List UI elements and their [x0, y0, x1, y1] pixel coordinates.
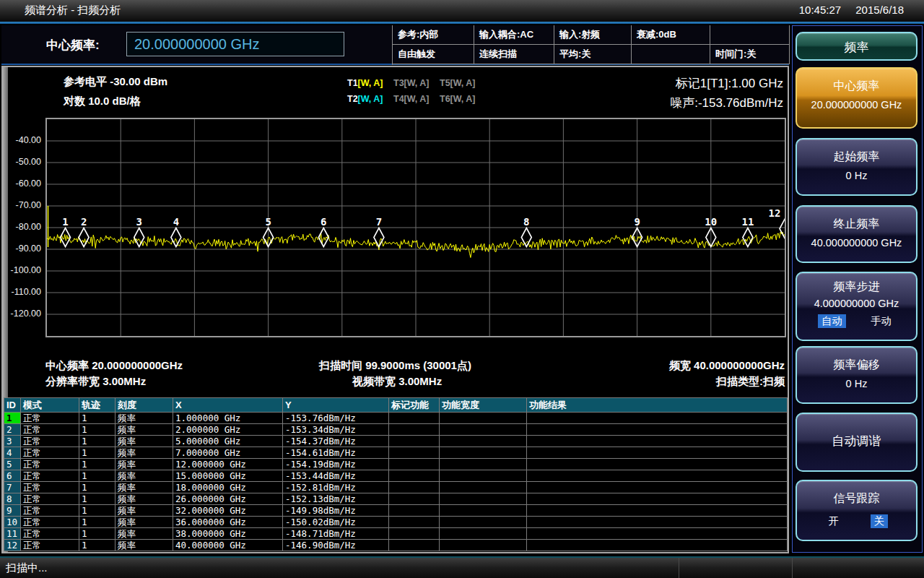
y-axis-tick: -40.00: [8, 135, 41, 145]
table-cell: -153.76dBm/Hz: [283, 413, 389, 424]
trace-indicator-t4[interactable]: T4[W, A]: [393, 94, 440, 110]
step-auto-option[interactable]: 自动: [818, 314, 846, 328]
status-bar-divider: [792, 558, 793, 578]
table-cell: [389, 470, 440, 482]
auto-tune-button[interactable]: 自动调谐: [796, 413, 918, 472]
status-sweep-mode: 连续扫描: [474, 45, 554, 64]
center-frequency-button[interactable]: 中心频率 20.000000000 GHz: [796, 67, 918, 129]
button-label: 终止频率: [797, 217, 916, 232]
table-cell: 正常: [21, 517, 79, 528]
frequency-offset-button[interactable]: 频率偏移 0 Hz: [796, 346, 918, 404]
trace-indicator-t2[interactable]: T2[W, A]: [347, 94, 393, 110]
table-cell: 频率: [116, 447, 173, 459]
table-cell: [389, 413, 440, 424]
table-cell: [527, 459, 787, 470]
track-off-option[interactable]: 关: [871, 514, 889, 528]
table-cell: 12.000000 GHz: [173, 459, 283, 470]
clock: 10:45:27 2015/6/18: [788, 4, 904, 16]
trace-indicator-t5[interactable]: T5[W, A]: [440, 78, 486, 94]
trace-indicator-t3[interactable]: T3[W, A]: [393, 78, 440, 94]
table-cell: 1: [79, 470, 116, 482]
column-header-id: ID: [4, 398, 21, 413]
footer-sweep-time: 扫描时间 99.9000ms (30001点): [319, 359, 471, 373]
status-time-gate: 时间门:关: [710, 45, 790, 64]
table-cell: [527, 505, 787, 517]
table-row[interactable]: 2正常1频率2.000000 GHz-153.34dBm/Hz: [4, 424, 787, 436]
marker-table: ID 模式 轨迹 刻度 X Y 标记功能 功能宽度 功能结果 1正常1频率1.0…: [4, 397, 788, 551]
table-cell: 7.000000 GHz: [173, 447, 283, 459]
button-value: 40.000000000 GHz: [797, 237, 916, 249]
table-cell: 1: [79, 505, 116, 517]
log-scale-text: 对数 10.0 dB/格: [64, 95, 141, 108]
table-cell: -150.02dBm/Hz: [283, 517, 389, 528]
button-value: 4.000000000 GHz: [797, 298, 916, 309]
frequency-step-button[interactable]: 频率步进 4.000000000 GHz 自动 手动: [796, 272, 918, 341]
table-cell: 正常: [21, 482, 79, 493]
table-cell: 频率: [116, 482, 173, 493]
table-cell: 1.000000 GHz: [173, 413, 283, 424]
table-cell: [527, 413, 787, 424]
table-row[interactable]: 5正常1频率12.000000 GHz-154.19dBm/Hz: [4, 459, 787, 470]
center-frequency-label: 中心频率:: [46, 37, 100, 53]
table-cell: 1: [79, 528, 116, 540]
table-row[interactable]: 6正常1频率15.000000 GHz-153.44dBm/Hz: [4, 470, 787, 482]
footer-span: 频宽 40.000000000GHz: [669, 359, 785, 373]
marker-diamond-2[interactable]: [79, 228, 89, 247]
column-header-mode: 模式: [21, 398, 79, 413]
reference-level-text: 参考电平 -30.00 dBm: [64, 75, 167, 89]
table-cell: 38.000000 GHz: [173, 528, 283, 540]
button-value: 0 Hz: [797, 170, 916, 181]
table-cell: 5.000000 GHz: [173, 436, 283, 447]
table-cell: [440, 424, 527, 436]
table-row[interactable]: 9正常1频率32.000000 GHz-149.98dBm/Hz: [4, 505, 787, 517]
table-row[interactable]: 11正常1频率38.000000 GHz-148.71dBm/Hz: [4, 528, 787, 540]
marker-readout-noise: 噪声:-153.76dBm/Hz: [670, 95, 783, 111]
center-frequency-input[interactable]: 20.000000000 GHz: [126, 32, 344, 56]
table-cell: [440, 447, 527, 459]
table-cell: 正常: [21, 424, 79, 436]
column-header-func-width: 功能宽度: [440, 398, 527, 413]
accent-divider: [0, 22, 924, 24]
stop-frequency-button[interactable]: 终止频率 40.000000000 GHz: [796, 205, 918, 263]
status-average: 平均:关: [554, 45, 632, 64]
spectrum-chart[interactable]: 123456789101112: [45, 118, 786, 337]
table-cell: [440, 436, 527, 447]
table-cell: [389, 528, 440, 540]
table-row[interactable]: 8正常1频率26.000000 GHz-152.13dBm/Hz: [4, 493, 787, 505]
table-row[interactable]: 1正常1频率1.000000 GHz-153.76dBm/Hz: [4, 413, 787, 424]
step-manual-option[interactable]: 手动: [867, 314, 895, 328]
table-cell: [389, 517, 440, 528]
table-cell: [389, 424, 440, 436]
row-id-cell: 9: [4, 505, 21, 517]
button-value: 0 Hz: [797, 378, 916, 389]
table-row[interactable]: 3正常1频率5.000000 GHz-154.37dBm/Hz: [4, 436, 787, 447]
spectrum-svg: 123456789101112: [47, 119, 785, 336]
trace-indicator-t6[interactable]: T6[W, A]: [440, 94, 486, 110]
marker-diamond-4[interactable]: [171, 228, 181, 247]
button-label: 信号跟踪: [797, 491, 916, 506]
table-row[interactable]: 7正常1频率18.000000 GHz-152.81dBm/Hz: [4, 482, 787, 493]
signal-track-on-off-toggle: 开 关: [797, 514, 916, 528]
table-cell: -152.81dBm/Hz: [283, 482, 389, 493]
table-row[interactable]: 12正常1频率40.000000 GHz-146.90dBm/Hz: [4, 540, 787, 551]
row-id-cell: 8: [4, 493, 21, 505]
table-cell: 1: [79, 459, 116, 470]
table-cell: [440, 413, 527, 424]
track-on-option[interactable]: 开: [825, 514, 843, 528]
main-display-area: 参考电平 -30.00 dBm 对数 10.0 dB/格 T1[W, A]T3[…: [1, 66, 789, 553]
start-frequency-button[interactable]: 起始频率 0 Hz: [796, 138, 918, 196]
column-header-trace: 轨迹: [79, 398, 116, 413]
table-row[interactable]: 10正常1频率36.000000 GHz-150.02dBm/Hz: [4, 517, 787, 528]
signal-track-button[interactable]: 信号跟踪 开 关: [796, 480, 918, 541]
table-cell: 正常: [21, 436, 79, 447]
trace-indicator-t1[interactable]: T1[W, A]: [347, 78, 393, 94]
table-cell: 26.000000 GHz: [173, 493, 283, 505]
menu-title-frequency: 频率: [796, 32, 918, 61]
table-cell: [527, 528, 787, 540]
status-trigger: 自由触发: [393, 45, 474, 64]
table-cell: 1: [79, 436, 116, 447]
date-display: 2015/6/18: [855, 4, 904, 16]
table-cell: [389, 482, 440, 493]
table-cell: [527, 470, 787, 482]
table-row[interactable]: 4正常1频率7.000000 GHz-154.61dBm/Hz: [4, 447, 787, 459]
